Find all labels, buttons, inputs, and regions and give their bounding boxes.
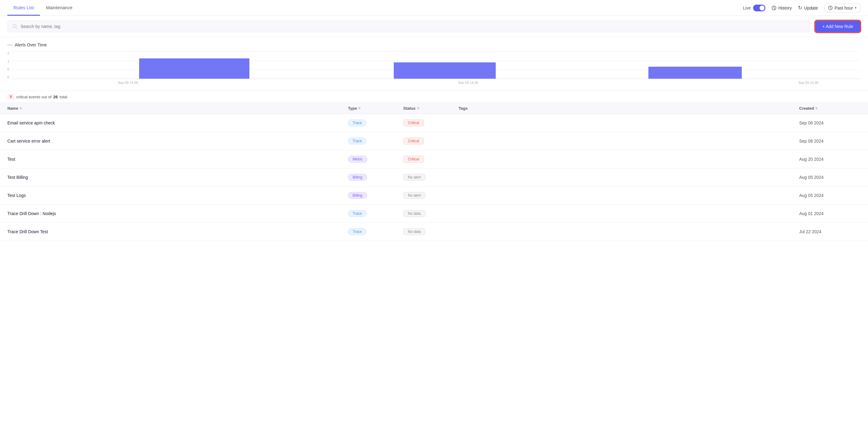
chart-title: Alerts Over Time — [15, 42, 47, 47]
row-name: Trace Drill Down Test — [7, 229, 348, 234]
table-row[interactable]: Cart service error alert Trace Critical … — [0, 132, 868, 150]
table-row[interactable]: Trace Drill Down Test Trace No data Jul … — [0, 223, 868, 241]
type-badge: Trace — [348, 228, 366, 235]
history-icon — [772, 5, 776, 10]
row-created: Aug 05 2024 — [799, 175, 861, 180]
status-badge: Critical — [403, 156, 424, 163]
x-label-3: Sep 09 15:00 — [798, 81, 818, 85]
row-name: Test Logs — [7, 193, 348, 198]
history-button[interactable]: History — [772, 5, 792, 10]
type-badge: Trace — [348, 210, 366, 217]
status-badge: Critical — [403, 120, 424, 126]
chart-collapse-icon: — — [7, 42, 12, 48]
table-row[interactable]: Email service apm check Trace Critical S… — [0, 114, 868, 132]
past-hour-caret-icon: ▾ — [855, 6, 857, 10]
type-badge: Trace — [348, 120, 366, 126]
sort-created-icon: ⇅ — [815, 107, 818, 110]
grid-line-top — [12, 51, 861, 52]
y-axis: 2 1 0 0 — [7, 51, 12, 79]
update-button[interactable]: ↻ Update — [798, 5, 818, 11]
chart-bar-1 — [139, 58, 249, 79]
type-badge: Billing — [348, 174, 367, 181]
row-name: Test Billing — [7, 175, 348, 180]
x-axis-labels: Sep 09 14:00 Sep 09 14:30 Sep 09 15:00 — [7, 81, 861, 85]
col-header-name[interactable]: Name ⇅ — [7, 106, 348, 111]
row-status: No alert — [403, 192, 459, 199]
total-count: 26 — [54, 95, 58, 99]
critical-count-badge: 9 — [7, 94, 14, 99]
col-header-type[interactable]: Type ⇅ — [348, 106, 403, 111]
row-type: Billing — [348, 174, 403, 181]
chart-bar-3 — [648, 67, 742, 79]
type-badge: Trace — [348, 138, 366, 144]
chart-container: 2 1 0 0 Sep 09 14: — [7, 51, 861, 88]
table-header: Name ⇅ Type ⇅ Status ⇅ Tags Created ⇅ — [0, 102, 868, 114]
row-created: Aug 01 2024 — [799, 211, 861, 216]
total-label: total — [60, 95, 67, 99]
type-badge: Billing — [348, 192, 367, 199]
bars-area — [12, 51, 861, 79]
chart-bar-2 — [394, 62, 496, 79]
row-created: Jul 22 2024 — [799, 229, 861, 234]
row-status: Critical — [403, 138, 459, 144]
tab-maintenance[interactable]: Maintenance — [40, 0, 79, 16]
search-box[interactable] — [7, 21, 810, 32]
table-row[interactable]: Test Logs Billing No alert Aug 05 2024 — [0, 186, 868, 205]
add-new-rule-button[interactable]: + Add New Rule — [815, 20, 861, 33]
row-status: No data — [403, 210, 459, 217]
row-status: Critical — [403, 156, 459, 163]
row-status: No alert — [403, 174, 459, 181]
nav-controls: Live History ↻ Update Past hour ▾ — [743, 4, 861, 12]
table-row[interactable]: Trace Drill Down : Nodejs Trace No data … — [0, 205, 868, 223]
summary-bar: 9 critical events out of 26 total — [0, 91, 868, 102]
row-created: Aug 20 2024 — [799, 157, 861, 162]
row-created: Aug 05 2024 — [799, 193, 861, 198]
past-hour-button[interactable]: Past hour ▾ — [824, 4, 861, 12]
row-status: Critical — [403, 120, 459, 126]
summary-text: critical events out of — [16, 95, 52, 99]
col-header-tags[interactable]: Tags — [459, 106, 799, 111]
live-toggle[interactable]: Live — [743, 5, 766, 11]
status-badge: Critical — [403, 138, 424, 144]
type-badge: Metric — [348, 156, 367, 163]
search-icon — [12, 24, 18, 29]
row-type: Billing — [348, 192, 403, 199]
chart-plot-area: 2 1 0 0 — [7, 51, 861, 79]
chart-collapse-toggle[interactable]: — Alerts Over Time — [7, 42, 861, 48]
tab-rules-list[interactable]: Rules List — [7, 0, 40, 16]
table-row[interactable]: Test Billing Billing No alert Aug 05 202… — [0, 168, 868, 186]
table-container: Name ⇅ Type ⇅ Status ⇅ Tags Created ⇅ Em… — [0, 102, 868, 241]
row-name: Email service apm check — [7, 120, 348, 125]
sort-name-icon: ⇅ — [19, 107, 22, 110]
col-header-created[interactable]: Created ⇅ — [799, 106, 861, 111]
chart-section: — Alerts Over Time 2 1 0 0 — [0, 37, 868, 88]
status-badge: No alert — [403, 192, 425, 199]
clock-icon — [828, 5, 833, 10]
toolbar: + Add New Rule — [0, 16, 868, 37]
nav-tabs: Rules List Maintenance — [7, 0, 79, 16]
chart-bottom-border — [12, 79, 861, 79]
table-row[interactable]: Test Metric Critical Aug 20 2024 — [0, 150, 868, 168]
row-created: Sep 08 2024 — [799, 139, 861, 144]
row-type: Trace — [348, 228, 403, 235]
row-created: Sep 08 2024 — [799, 120, 861, 125]
x-label-1: Sep 09 14:00 — [118, 81, 138, 85]
search-input[interactable] — [21, 24, 805, 29]
sort-status-icon: ⇅ — [417, 107, 419, 110]
row-name: Trace Drill Down : Nodejs — [7, 211, 348, 216]
status-badge: No data — [403, 210, 425, 217]
status-badge: No alert — [403, 174, 425, 181]
row-type: Trace — [348, 120, 403, 126]
status-badge: No data — [403, 228, 425, 235]
col-header-status[interactable]: Status ⇅ — [403, 106, 459, 111]
sort-type-icon: ⇅ — [358, 107, 361, 110]
row-name: Cart service error alert — [7, 139, 348, 144]
row-name: Test — [7, 157, 348, 162]
top-nav: Rules List Maintenance Live History ↻ Up… — [0, 0, 868, 16]
row-type: Metric — [348, 156, 403, 163]
x-label-2: Sep 09 14:30 — [458, 81, 478, 85]
row-type: Trace — [348, 138, 403, 144]
row-type: Trace — [348, 210, 403, 217]
row-status: No data — [403, 228, 459, 235]
live-toggle-switch[interactable] — [753, 5, 766, 11]
